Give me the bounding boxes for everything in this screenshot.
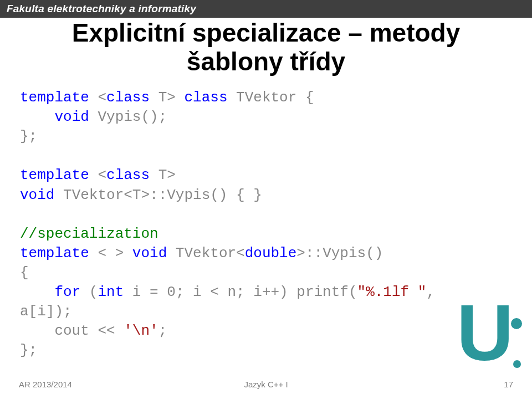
kw: void — [132, 245, 167, 262]
footer-page-number: 17 — [504, 380, 513, 389]
logo-dot-icon — [513, 360, 521, 368]
kw: void — [54, 109, 89, 125]
t: a[i]); — [20, 303, 72, 320]
t: T> — [150, 167, 176, 183]
str: '\n' — [124, 323, 158, 339]
t: i = 0; i < n; i++) printf( — [124, 284, 357, 300]
kw: class — [106, 167, 150, 183]
t: { — [20, 264, 29, 281]
comment: //specialization — [20, 226, 158, 242]
str: "%.1lf " — [357, 284, 427, 300]
kw: class — [106, 89, 150, 106]
footer: AR 2013/2014 Jazyk C++ I 17 — [0, 380, 532, 389]
t: < — [89, 89, 106, 106]
faculty-name: Fakulta elektrotechniky a informatiky — [7, 3, 196, 15]
kw: template — [20, 89, 89, 106]
t: TVektor< — [167, 245, 244, 262]
t: ( — [80, 284, 98, 300]
kw: void — [20, 187, 54, 203]
kw: template — [20, 245, 89, 262]
kw: double — [245, 245, 297, 262]
title-line-2: šablony třídy — [33, 48, 499, 76]
kw: template — [20, 167, 89, 183]
code-text: template <class T> class TVektor { void … — [20, 89, 435, 359]
t: ; — [158, 323, 167, 339]
university-logo: U — [457, 289, 523, 372]
header-bar: Fakulta elektrotechniky a informatiky — [0, 0, 532, 18]
t — [20, 109, 54, 125]
t: < — [89, 167, 106, 183]
slide-title: Explicitní specializace – metody šablony… — [0, 19, 532, 76]
t: cout << — [20, 323, 124, 339]
footer-course: Jazyk C++ I — [244, 380, 288, 389]
code-block: template <class T> class TVektor { void … — [20, 88, 532, 360]
t: }; — [20, 342, 37, 359]
t — [20, 284, 54, 300]
t: T> — [150, 89, 184, 106]
footer-year: AR 2013/2014 — [19, 380, 72, 389]
kw: int — [98, 284, 124, 300]
logo-letter-u: U — [457, 294, 514, 372]
kw: for — [54, 284, 80, 300]
t: , — [426, 284, 435, 300]
t: < > — [89, 245, 132, 262]
t: TVektor { — [228, 89, 314, 106]
logo-dot-icon — [511, 318, 522, 329]
kw: class — [184, 89, 227, 106]
t: }; — [20, 128, 37, 145]
title-line-1: Explicitní specializace – metody — [33, 19, 499, 48]
t: TVektor<T>::Vypis() { } — [54, 187, 262, 203]
t: >::Vypis() — [296, 245, 383, 262]
t: Vypis(); — [89, 109, 167, 125]
